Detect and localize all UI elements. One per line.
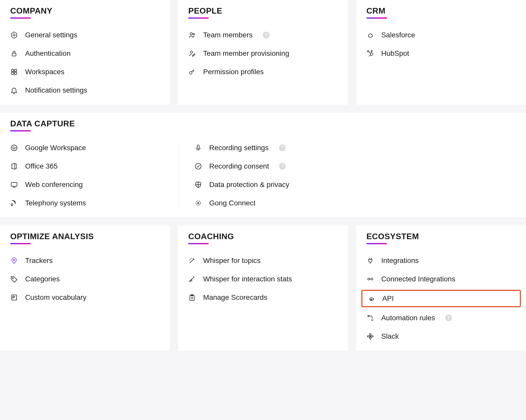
data-capture-title: DATA CAPTURE xyxy=(10,119,75,131)
item-label: Whisper for topics xyxy=(203,257,260,265)
scorecard-icon xyxy=(188,294,196,301)
coaching-title: COACHING xyxy=(188,232,234,244)
item-label: Workspaces xyxy=(25,68,65,76)
data-capture-card: DATA CAPTURE Google Workspace Office 365… xyxy=(0,113,526,217)
automation-icon xyxy=(366,314,374,322)
ecosystem-card: ECOSYSTEM Integrations Connected Integra… xyxy=(356,226,526,351)
item-label: Web conferencing xyxy=(25,181,83,189)
salesforce-icon xyxy=(366,31,374,39)
google-icon xyxy=(10,144,18,152)
item-label: Trackers xyxy=(25,257,53,265)
team-member-provisioning-item[interactable]: Team member provisioning xyxy=(188,49,338,58)
tracker-icon xyxy=(10,257,18,264)
crm-title: CRM xyxy=(366,6,385,19)
whisper-stats-item[interactable]: Whisper for interaction stats xyxy=(188,275,338,283)
plug-icon xyxy=(366,257,374,264)
item-label: Gong Connect xyxy=(209,199,256,207)
item-label: Integrations xyxy=(381,257,419,265)
item-label: Team members xyxy=(203,31,253,39)
office-365-item[interactable]: Office 365 xyxy=(10,162,169,170)
user-edit-icon xyxy=(188,50,196,57)
integrations-item[interactable]: Integrations xyxy=(366,257,516,265)
item-label: Permission profiles xyxy=(203,68,264,76)
workspaces-item[interactable]: Workspaces xyxy=(10,68,160,76)
wand-icon xyxy=(188,257,196,264)
settings-grid: COMPANY General settings Authentication … xyxy=(0,0,526,351)
help-icon[interactable]: ? xyxy=(445,315,452,321)
item-label: Recording settings xyxy=(209,144,269,152)
company-title: COMPANY xyxy=(10,6,52,19)
item-label: Google Workspace xyxy=(25,144,86,152)
gong-connect-item[interactable]: Gong Connect xyxy=(194,199,337,207)
optimize-title: OPTIMIZE ANALYSIS xyxy=(10,232,94,244)
permission-profiles-item[interactable]: Permission profiles xyxy=(188,68,338,76)
web-conferencing-item[interactable]: Web conferencing xyxy=(10,181,169,189)
item-label: API xyxy=(382,294,394,303)
salesforce-item[interactable]: Salesforce xyxy=(366,31,516,39)
gong-icon xyxy=(194,199,202,207)
team-members-item[interactable]: Team members ? xyxy=(188,31,338,39)
item-label: HubSpot xyxy=(381,49,409,58)
hubspot-icon xyxy=(366,50,374,57)
item-label: Notification settings xyxy=(25,86,87,94)
recording-consent-item[interactable]: Recording consent ? xyxy=(194,162,337,170)
mic-icon xyxy=(194,144,202,152)
connected-integrations-item[interactable]: Connected Integrations xyxy=(366,275,516,283)
slack-item[interactable]: Slack xyxy=(366,332,516,340)
optimize-analysis-card: OPTIMIZE ANALYSIS Trackers Categories Cu… xyxy=(0,226,170,351)
crm-card: CRM Salesforce HubSpot xyxy=(356,0,526,105)
connected-icon xyxy=(366,275,374,283)
help-icon[interactable]: ? xyxy=(279,145,286,151)
manage-scorecards-item[interactable]: Manage Scorecards xyxy=(188,293,338,302)
wand-stats-icon xyxy=(188,275,196,283)
api-item[interactable]: API xyxy=(367,294,515,303)
ecosystem-title: ECOSYSTEM xyxy=(366,232,419,244)
whisper-topics-item[interactable]: Whisper for topics xyxy=(188,257,338,265)
item-label: Team member provisioning xyxy=(203,49,289,58)
authentication-item[interactable]: Authentication xyxy=(10,49,160,58)
item-label: Slack xyxy=(381,332,399,340)
vocab-icon xyxy=(10,294,18,301)
bell-icon xyxy=(10,86,18,94)
item-label: General settings xyxy=(25,31,77,39)
data-protection-item[interactable]: Data protection & privacy xyxy=(194,181,337,189)
telephony-icon xyxy=(10,199,18,207)
trackers-item[interactable]: Trackers xyxy=(10,257,160,265)
item-label: Categories xyxy=(25,275,60,283)
people-title: PEOPLE xyxy=(188,6,222,19)
lock-icon xyxy=(10,50,18,57)
data-capture-col1: Google Workspace Office 365 Web conferen… xyxy=(10,144,179,207)
telephony-systems-item[interactable]: Telephony systems xyxy=(10,199,169,207)
data-capture-col2: Recording settings ? Recording consent ?… xyxy=(179,144,347,207)
automation-rules-item[interactable]: Automation rules ? xyxy=(366,314,516,322)
help-icon[interactable]: ? xyxy=(263,32,269,38)
people-card: PEOPLE Team members ? Team member provis… xyxy=(178,0,348,105)
item-label: Office 365 xyxy=(25,162,58,170)
categories-item[interactable]: Categories xyxy=(10,275,160,283)
slack-icon xyxy=(366,333,374,340)
item-label: Telephony systems xyxy=(25,199,86,207)
office-icon xyxy=(10,162,18,170)
google-workspace-item[interactable]: Google Workspace xyxy=(10,144,169,152)
tag-icon xyxy=(10,275,18,283)
item-label: Automation rules xyxy=(381,314,435,322)
grid-icon xyxy=(10,68,18,76)
item-label: Manage Scorecards xyxy=(203,293,267,302)
item-label: Connected Integrations xyxy=(381,275,456,283)
recording-settings-item[interactable]: Recording settings ? xyxy=(194,144,337,152)
help-icon[interactable]: ? xyxy=(279,163,286,170)
webconf-icon xyxy=(10,181,18,189)
item-label: Custom vocabulary xyxy=(25,293,87,302)
item-label: Salesforce xyxy=(381,31,415,39)
settings-hex-icon xyxy=(10,31,18,39)
custom-vocabulary-item[interactable]: Custom vocabulary xyxy=(10,293,160,302)
api-icon xyxy=(367,295,375,302)
api-highlight: API xyxy=(361,290,521,307)
item-label: Recording consent xyxy=(209,162,269,170)
users-icon xyxy=(188,31,196,39)
notification-settings-item[interactable]: Notification settings xyxy=(10,86,160,94)
key-icon xyxy=(188,68,196,76)
hubspot-item[interactable]: HubSpot xyxy=(366,49,516,58)
general-settings-item[interactable]: General settings xyxy=(10,31,160,39)
item-label: Authentication xyxy=(25,49,70,58)
